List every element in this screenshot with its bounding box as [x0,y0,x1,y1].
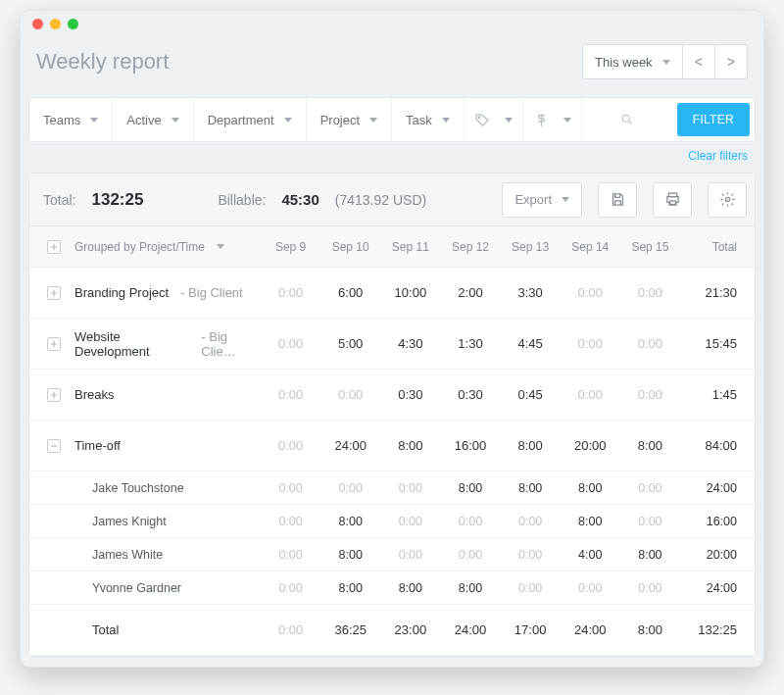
billable-label: Billable: [218,192,266,208]
column-group[interactable]: Grouped by Project/Time [65,240,261,254]
billable-amount: (7413.92 USD) [335,192,426,208]
app-window: Weekly report This week < > Teams Active… [20,10,764,668]
titlebar [21,11,763,36]
day-cell: 16:00 [440,438,500,453]
chevron-down-icon [562,197,569,202]
row-total: 21:30 [680,285,741,300]
print-button[interactable] [653,182,692,218]
day-cell: 0:00 [440,515,500,528]
expand-toggle[interactable] [47,388,61,402]
date-range-label: This week [595,55,653,70]
table-row-user: James White0:008:000:000:000:004:008:002… [29,538,755,571]
day-cell: 8:00 [320,581,380,595]
settings-button[interactable] [708,182,747,218]
day-cell: 8:00 [440,581,500,595]
day-cell: 5:00 [320,336,380,351]
column-total: Total [680,240,741,254]
panel-summary: Total: 132:25 Billable: 45:30 (7413.92 U… [29,174,755,226]
export-button[interactable]: Export [502,182,582,218]
day-cell: 0:00 [561,581,620,595]
date-next-button[interactable]: > [715,44,748,79]
row-name: Branding Project - Big Client [65,285,261,300]
tag-icon [474,112,491,128]
chevron-down-icon [369,118,377,123]
maximize-icon[interactable] [68,19,78,29]
filter-department[interactable]: Department [194,98,307,141]
close-icon[interactable] [32,19,43,29]
day-cell: 8:00 [561,515,620,528]
column-day: Sep 10 [320,240,380,254]
day-cell: 0:00 [261,581,320,595]
table-header: Grouped by Project/Time Sep 9 Sep 10 Sep… [29,226,755,268]
day-cell: 0:00 [380,481,440,495]
day-cell: 6:00 [320,285,380,300]
day-cell: 4:45 [501,336,561,351]
day-cell: 1:30 [440,336,500,351]
search-icon [620,113,634,126]
table-body: Branding Project - Big Client0:006:0010:… [29,268,755,656]
day-cell: 8:00 [501,481,561,495]
total-label: Total: [43,192,75,208]
day-cell: 0:00 [261,548,320,562]
day-cell: 4:00 [561,548,620,562]
row-total: 132:25 [680,622,741,637]
expand-all-toggle[interactable] [47,240,61,254]
report-panel: Total: 132:25 Billable: 45:30 (7413.92 U… [28,173,756,657]
save-button[interactable] [598,182,637,218]
table-row-project: Branding Project - Big Client0:006:0010:… [29,268,755,319]
row-name: Total [65,622,261,637]
gear-icon [719,191,736,208]
date-range-dropdown[interactable]: This week [582,44,683,79]
clear-filters-link[interactable]: Clear filters [688,149,748,163]
day-cell: 3:30 [501,285,561,300]
day-cell: 0:00 [320,387,380,402]
row-name: Time-off [65,438,261,453]
row-name: Yvonne Gardner [65,581,261,595]
day-cell: 0:00 [440,548,500,562]
day-cell: 0:00 [620,285,680,300]
filter-billable[interactable] [523,98,582,141]
dollar-icon [533,112,550,128]
filter-teams[interactable]: Teams [29,98,113,141]
day-cell: 8:00 [561,481,620,495]
day-cell: 0:00 [261,481,320,495]
filter-project[interactable]: Project [307,98,392,141]
day-cell: 20:00 [561,438,620,453]
table-row-total: Total0:0036:2523:0024:0017:0024:008:0013… [29,605,755,656]
day-cell: 0:00 [380,515,440,528]
day-cell: 0:00 [501,515,561,528]
expand-toggle[interactable] [47,286,61,300]
total-value: 132:25 [91,190,143,210]
day-cell: 23:00 [380,622,440,637]
filter-tag[interactable] [465,98,523,141]
filter-button[interactable]: FILTER [677,103,750,136]
chevron-down-icon [564,118,571,123]
expand-toggle[interactable] [47,337,61,351]
column-day: Sep 14 [561,240,620,254]
filter-active[interactable]: Active [113,98,193,141]
svg-rect-3 [669,201,675,205]
day-cell: 0:00 [501,581,561,595]
day-cell: 24:00 [561,622,620,637]
day-cell: 17:00 [501,622,561,637]
day-cell: 8:00 [440,481,500,495]
day-cell: 8:00 [620,438,680,453]
row-total: 24:00 [680,481,741,495]
table-row-project: Breaks0:000:000:300:300:450:000:001:45 [29,370,755,421]
day-cell: 0:00 [620,515,680,528]
filter-bar: Teams Active Department Project Task FIL… [28,97,756,142]
date-prev-button[interactable]: < [683,44,715,79]
minimize-icon[interactable] [50,19,61,29]
row-name: Jake Touchstone [65,481,261,495]
day-cell: 0:00 [320,481,380,495]
day-cell: 8:00 [380,581,440,595]
day-cell: 4:30 [380,336,440,351]
day-cell: 0:00 [261,387,320,402]
day-cell: 8:00 [380,438,440,453]
filter-search[interactable] [582,98,672,141]
row-name: James White [65,548,261,562]
day-cell: 36:25 [320,622,380,637]
filter-task[interactable]: Task [392,98,465,141]
collapse-toggle[interactable] [47,439,61,453]
day-cell: 0:00 [261,622,320,637]
